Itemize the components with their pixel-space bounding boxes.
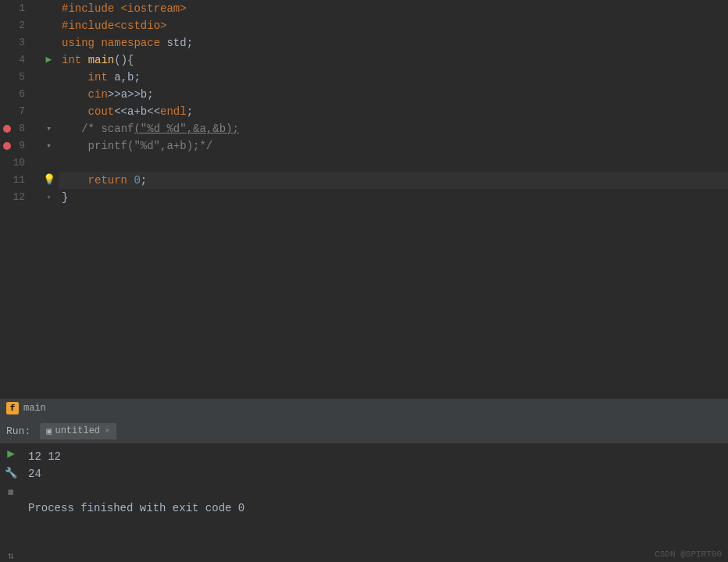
code-line-8: /* scanf("%d %d",&a,&b); (59, 120, 728, 137)
output-line-3 (28, 482, 722, 500)
gutter-9: ▾ (39, 137, 59, 155)
code-line-10 (59, 155, 728, 172)
line-number-12: 12 (0, 189, 31, 206)
gutter-10 (39, 155, 59, 172)
code-line-6: cin>>a>>b; (59, 86, 728, 103)
run-stop-button[interactable]: ◼ (8, 486, 14, 498)
tab-name: untitled (55, 425, 100, 436)
code-line-2: #include<cstdio> (59, 17, 728, 34)
gutter-6 (39, 86, 59, 103)
run-play-button[interactable]: ▶ (7, 448, 15, 461)
watermark: CSDN @SPIRT00 (655, 550, 722, 559)
output-line-2: 24 (28, 465, 722, 482)
code-line-4: int main(){ (59, 52, 728, 69)
run-panel: Run: ▣ untitled × ▶ 🔧 ◼ ⇅ 12 12 24 Proce… (0, 418, 728, 562)
run-sidebar: ▶ 🔧 ◼ ⇅ (0, 443, 22, 562)
gutter-4[interactable]: ▶ (39, 52, 59, 69)
gutter-8: ▾ (39, 120, 59, 137)
line-number-4: 4 (0, 52, 31, 69)
code-line-7: cout<<a+b<<endl; (59, 103, 728, 120)
output-line-4: Process finished with exit code 0 (28, 500, 722, 517)
status-bar: f main (0, 399, 728, 418)
gutter-5 (39, 69, 59, 86)
run-content: ▶ 🔧 ◼ ⇅ 12 12 24 Process finished with e… (0, 443, 728, 562)
line-number-6: 6 (0, 86, 31, 103)
fn-icon: f (6, 402, 19, 414)
run-output-container: 12 12 24 Process finished with exit code… (22, 443, 728, 562)
fn-name: main (23, 403, 46, 414)
breakpoint-8 (3, 125, 11, 133)
line-number-11: 11 (0, 172, 31, 189)
line-number-10: 10 (0, 155, 31, 172)
run-sort-button[interactable]: ⇅ (8, 550, 14, 562)
output-line-1: 12 12 (28, 448, 722, 465)
line-number-7: 7 (0, 103, 31, 120)
code-line-9: printf("%d",a+b);*/ (59, 137, 728, 155)
tab-icon: ▣ (46, 425, 52, 437)
line-number-9: 9 (0, 137, 31, 155)
run-header: Run: ▣ untitled × (0, 418, 728, 443)
run-label: Run: (6, 425, 30, 437)
code-line-12: } (59, 189, 728, 206)
gutter-3 (39, 34, 59, 52)
code-lines[interactable]: #include <iostream> #include<cstdio> usi… (59, 0, 728, 399)
line-numbers: 1 2 3 4 5 6 7 8 9 10 11 12 (0, 0, 39, 399)
code-line-11: return 0; (59, 172, 728, 189)
line-number-3: 3 (0, 34, 31, 52)
gutter-12: ▾ (39, 189, 59, 206)
editor-area: 1 2 3 4 5 6 7 8 9 10 11 12 ▶ (0, 0, 728, 399)
run-tool-button[interactable]: 🔧 (5, 467, 17, 479)
gutter-7 (39, 103, 59, 120)
line-number-1: 1 (0, 0, 31, 17)
run-output: 12 12 24 Process finished with exit code… (22, 443, 728, 521)
code-line-5: int a,b; (59, 69, 728, 86)
line-number-2: 2 (0, 17, 31, 34)
line-number-5: 5 (0, 69, 31, 86)
gutter: ▶ ▾ ▾ 💡 ▾ (39, 0, 59, 399)
code-line-1: #include <iostream> (59, 0, 728, 17)
run-tab[interactable]: ▣ untitled × (40, 423, 116, 439)
breakpoint-9 (3, 142, 11, 150)
gutter-1 (39, 0, 59, 17)
code-line-3: using namespace std; (59, 34, 728, 52)
tab-close-button[interactable]: × (105, 426, 110, 436)
gutter-11: 💡 (39, 172, 59, 189)
code-container: 1 2 3 4 5 6 7 8 9 10 11 12 ▶ (0, 0, 728, 399)
line-number-8: 8 (0, 120, 31, 137)
gutter-2 (39, 17, 59, 34)
